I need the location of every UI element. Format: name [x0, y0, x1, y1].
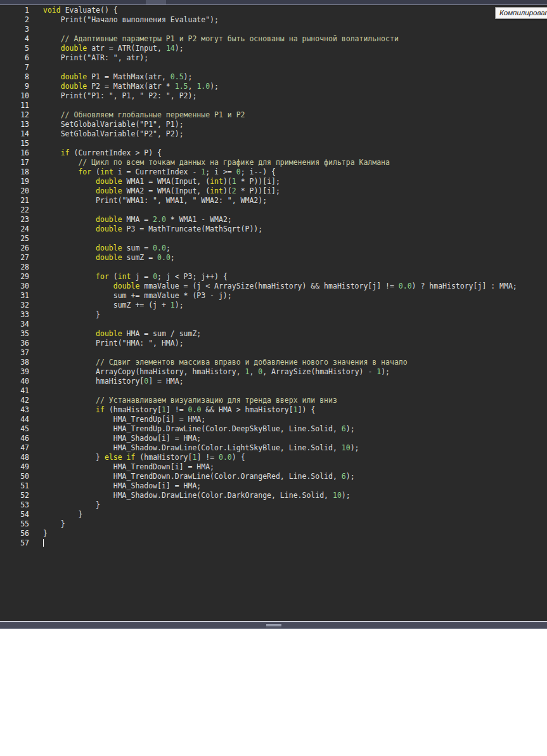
code-line[interactable]: 54 }: [0, 510, 547, 519]
code-line[interactable]: 43 if (hmaHistory[1] != 0.0 && HMA > hma…: [0, 405, 547, 415]
code-line[interactable]: 55 }: [0, 519, 547, 529]
code-line[interactable]: 51 HMA_Shadow[i] = HMA;: [0, 481, 547, 491]
code-line[interactable]: 53 }: [0, 500, 547, 510]
code-line[interactable]: 14 SetGlobalVariable("P2", P2);: [0, 129, 547, 139]
code-line[interactable]: 46 HMA_Shadow[i] = HMA;: [0, 434, 547, 443]
code-line[interactable]: 26 double sum = 0.0;: [0, 244, 547, 253]
code-line[interactable]: 41: [0, 386, 547, 396]
code-line[interactable]: 27 double sumZ = 0.0;: [0, 253, 547, 263]
line-number: 27: [0, 253, 29, 263]
line-number: 8: [0, 72, 29, 82]
line-number: 38: [0, 358, 29, 367]
code-line[interactable]: 2 Print("Начало выполнения Evaluate");: [0, 15, 547, 25]
line-number: 21: [0, 196, 29, 205]
line-number: 23: [0, 215, 29, 225]
line-number: 4: [0, 34, 29, 44]
code-line[interactable]: 25: [0, 234, 547, 244]
line-number: 40: [0, 377, 29, 386]
code-line[interactable]: 13 SetGlobalVariable("P1", P1);: [0, 120, 547, 129]
line-number: 32: [0, 301, 29, 310]
code-text: HMA_Shadow.DrawLine(Color.LightSkyBlue, …: [29, 443, 359, 453]
code-line[interactable]: 30 double mmaValue = (j < ArraySize(hmaH…: [0, 282, 547, 291]
code-line[interactable]: 38 // Сдвиг элементов массива вправо и д…: [0, 358, 547, 367]
line-number: 33: [0, 310, 29, 320]
code-line[interactable]: 36 Print("HMA: ", HMA);: [0, 339, 547, 348]
code-text: // Обновляем глобальные переменные P1 и …: [29, 110, 245, 120]
code-line[interactable]: 24 double P3 = MathTruncate(MathSqrt(P))…: [0, 225, 547, 234]
code-line[interactable]: 29 for (int j = 0; j < P3; j++) {: [0, 272, 547, 282]
code-line[interactable]: 40 hmaHistory[0] = HMA;: [0, 377, 547, 386]
code-line[interactable]: 50 HMA_TrendDown.DrawLine(Color.OrangeRe…: [0, 472, 547, 481]
code-text: for (int j = 0; j < P3; j++) {: [29, 272, 228, 282]
code-text: double mmaValue = (j < ArraySize(hmaHist…: [29, 282, 517, 291]
line-number: 41: [0, 386, 29, 396]
line-number: 9: [0, 82, 29, 91]
code-line[interactable]: 57: [0, 538, 547, 548]
code-text: }: [29, 310, 100, 320]
code-line[interactable]: 28: [0, 263, 547, 272]
code-line[interactable]: 31 sum += mmaValue * (P3 - j);: [0, 291, 547, 301]
line-number: 24: [0, 225, 29, 234]
line-number: 37: [0, 348, 29, 358]
code-line[interactable]: 45 HMA_TrendUp.DrawLine(Color.DeepSkyBlu…: [0, 424, 547, 434]
code-line[interactable]: 16 if (CurrentIndex > P) {: [0, 148, 547, 158]
code-text: [29, 386, 43, 396]
code-line[interactable]: 35 double HMA = sum / sumZ;: [0, 329, 547, 339]
code-line[interactable]: 42 // Устанавливаем визуализацию для тре…: [0, 396, 547, 405]
code-text: double HMA = sum / sumZ;: [29, 329, 201, 339]
code-line[interactable]: 33 }: [0, 310, 547, 320]
code-line[interactable]: 48 } else if (hmaHistory[1] != 0.0) {: [0, 453, 547, 462]
line-number: 11: [0, 101, 29, 110]
panel-splitter[interactable]: [0, 621, 547, 629]
line-number: 52: [0, 491, 29, 500]
code-line[interactable]: 15: [0, 139, 547, 148]
code-line[interactable]: 11: [0, 101, 547, 110]
code-text: }: [29, 529, 48, 538]
code-text: [29, 538, 44, 548]
code-line[interactable]: 7: [0, 63, 547, 72]
line-number: 10: [0, 91, 29, 101]
code-text: [29, 320, 43, 329]
code-line[interactable]: 37: [0, 348, 547, 358]
line-number: 56: [0, 529, 29, 538]
code-text: double atr = ATR(Input, 14);: [29, 44, 184, 53]
code-text: Print("ATR: ", atr);: [29, 53, 148, 63]
code-line[interactable]: 21 Print("WMA1: ", WMA1, " WMA2: ", WMA2…: [0, 196, 547, 205]
splitter-grip-icon[interactable]: [266, 623, 281, 628]
code-text: hmaHistory[0] = HMA;: [29, 377, 184, 386]
code-line[interactable]: 34: [0, 320, 547, 329]
code-text: HMA_TrendDown.DrawLine(Color.OrangeRed, …: [29, 472, 355, 481]
code-editor[interactable]: 1void Evaluate() {2 Print("Начало выполн…: [0, 5, 547, 621]
code-line[interactable]: 10 Print("P1: ", P1, " P2: ", P2);: [0, 91, 547, 101]
code-lines-container: 1void Evaluate() {2 Print("Начало выполн…: [0, 6, 547, 548]
code-line[interactable]: 20 double WMA2 = WMA(Input, (int)(2 * P)…: [0, 186, 547, 196]
code-text: double P3 = MathTruncate(MathSqrt(P));: [29, 225, 262, 234]
code-line[interactable]: 49 HMA_TrendDown[i] = HMA;: [0, 462, 547, 472]
code-line[interactable]: 52 HMA_Shadow.DrawLine(Color.DarkOrange,…: [0, 491, 547, 500]
code-line[interactable]: 5 double atr = ATR(Input, 14);: [0, 44, 547, 53]
code-line[interactable]: 19 double WMA1 = WMA(Input, (int)(1 * P)…: [0, 177, 547, 186]
code-text: Print("WMA1: ", WMA1, " WMA2: ", WMA2);: [29, 196, 267, 205]
code-line[interactable]: 1void Evaluate() {: [0, 6, 547, 15]
code-line[interactable]: 4 // Адаптивные параметры P1 и P2 могут …: [0, 34, 547, 44]
code-text: [29, 205, 43, 215]
line-number: 5: [0, 44, 29, 53]
code-line[interactable]: 6 Print("ATR: ", atr);: [0, 53, 547, 63]
code-line[interactable]: 22: [0, 205, 547, 215]
code-line[interactable]: 23 double MMA = 2.0 * WMA1 - WMA2;: [0, 215, 547, 225]
code-line[interactable]: 32 sumZ += (j + 1);: [0, 301, 547, 310]
code-line[interactable]: 44 HMA_TrendUp[i] = HMA;: [0, 415, 547, 424]
code-line[interactable]: 17 // Цикл по всем точкам данных на граф…: [0, 158, 547, 167]
code-line[interactable]: 56}: [0, 529, 547, 538]
code-line[interactable]: 18 for (int i = CurrentIndex - 1; i >= 0…: [0, 167, 547, 177]
code-line[interactable]: 39 ArrayCopy(hmaHistory, hmaHistory, 1, …: [0, 367, 547, 377]
code-text: Print("HMA: ", HMA);: [29, 339, 184, 348]
code-line[interactable]: 3: [0, 25, 547, 34]
code-line[interactable]: 47 HMA_Shadow.DrawLine(Color.LightSkyBlu…: [0, 443, 547, 453]
code-line[interactable]: 9 double P2 = MathMax(atr * 1.5, 1.0);: [0, 82, 547, 91]
code-line[interactable]: 12 // Обновляем глобальные переменные P1…: [0, 110, 547, 120]
code-text: }: [29, 519, 65, 529]
top-toolbar: [0, 0, 547, 5]
line-number: 13: [0, 120, 29, 129]
code-line[interactable]: 8 double P1 = MathMax(atr, 0.5);: [0, 72, 547, 82]
